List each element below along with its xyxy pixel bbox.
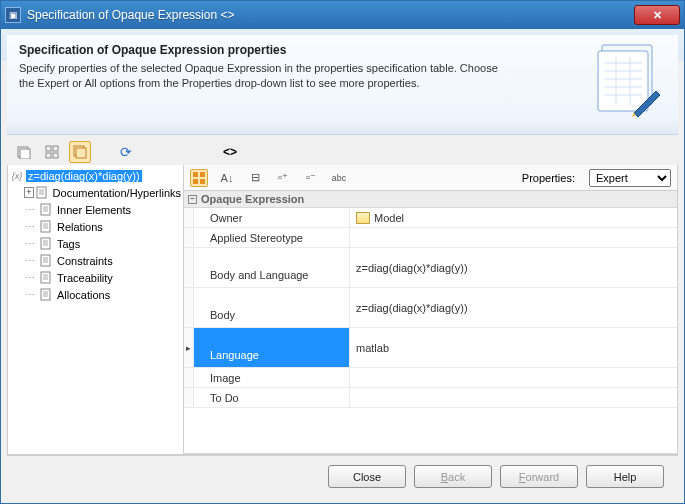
tree-root[interactable]: {x} z=diag(diag(x)*diag(y)) (8, 167, 183, 184)
property-row[interactable]: Image (184, 368, 677, 388)
page-icon (39, 271, 53, 285)
tree-connector: ⋯ (25, 204, 39, 215)
abc-icon[interactable]: abc (330, 169, 348, 187)
button-bar: Close BBackack ForwardForward Help (7, 455, 678, 497)
sort-alpha-icon[interactable]: A↓ (218, 169, 236, 187)
properties-view-icon[interactable] (69, 141, 91, 163)
page-icon (39, 203, 53, 217)
property-value: z=diag(diag(x)*diag(y)) (356, 262, 468, 274)
tree-panel: {x} z=diag(diag(x)*diag(y)) +Documentati… (8, 165, 184, 454)
properties-grid: − Opaque Expression OwnerModelApplied St… (184, 191, 677, 454)
body-area: {x} z=diag(diag(x)*diag(y)) +Documentati… (7, 165, 678, 455)
svg-rect-50 (200, 179, 205, 184)
tree-item-label: Inner Elements (55, 204, 133, 216)
svg-rect-16 (53, 153, 58, 158)
expand-icon[interactable]: + (24, 187, 34, 198)
tree-connector: ⋯ (25, 272, 39, 283)
svg-rect-18 (76, 148, 86, 158)
properties-mode-select[interactable]: Expert (589, 169, 671, 187)
property-row[interactable]: Bodyz=diag(diag(x)*diag(y)) (184, 288, 677, 328)
window-close-button[interactable]: ✕ (634, 5, 680, 25)
property-value-cell[interactable]: z=diag(diag(x)*diag(y)) (350, 288, 677, 327)
tree-item[interactable]: ⋯Traceability (8, 269, 183, 286)
tree-item[interactable]: ⋯Inner Elements (8, 201, 183, 218)
property-value-cell[interactable]: matlab (350, 328, 677, 367)
history-back-icon[interactable] (13, 141, 35, 163)
row-marker (184, 248, 194, 287)
header-description: Specify properties of the selected Opaqu… (19, 61, 509, 91)
window-title: Specification of Opaque Expression <> (27, 8, 634, 22)
page-icon (39, 220, 53, 234)
row-marker: ▸ (184, 328, 194, 367)
page-icon (39, 254, 53, 268)
close-button[interactable]: Close (328, 465, 406, 488)
tree-item-label: Tags (55, 238, 82, 250)
tree-connector: ⋯ (25, 221, 39, 232)
property-name: To Do (194, 388, 350, 407)
property-value: z=diag(diag(x)*diag(y)) (356, 302, 468, 314)
svg-rect-13 (46, 146, 51, 151)
property-value: Model (374, 212, 404, 224)
collapse-group-icon[interactable]: − (188, 195, 197, 204)
property-value-cell[interactable]: Model (350, 208, 677, 227)
svg-rect-12 (20, 149, 30, 159)
tree-item[interactable]: ⋯Allocations (8, 286, 183, 303)
svg-rect-15 (46, 153, 51, 158)
tree-item[interactable]: +Documentation/Hyperlinks (8, 184, 183, 201)
tree-item-label: Documentation/Hyperlinks (51, 187, 183, 199)
group-title: Opaque Expression (201, 193, 304, 205)
tree-item-label: Allocations (55, 289, 112, 301)
property-name: Owner (194, 208, 350, 227)
hide-derived-icon[interactable]: ▫⁻ (302, 169, 320, 187)
main-toolbar: ⟳ <> (1, 135, 684, 165)
refresh-icon[interactable]: ⟳ (115, 141, 137, 163)
property-value-cell[interactable] (350, 228, 677, 247)
tree-connector: ⋯ (25, 255, 39, 266)
property-name: Image (194, 368, 350, 387)
tree-item[interactable]: ⋯Constraints (8, 252, 183, 269)
forward-button[interactable]: ForwardForward (500, 465, 578, 488)
properties-toolbar: A↓ ⊟ ▫⁺ ▫⁻ abc Properties: Expert (184, 165, 677, 191)
property-row[interactable]: OwnerModel (184, 208, 677, 228)
svg-rect-1 (598, 51, 648, 111)
property-name: Body and Language (194, 248, 350, 287)
tree-item[interactable]: ⋯Relations (8, 218, 183, 235)
categorized-icon[interactable] (190, 169, 208, 187)
property-name: Language (194, 328, 350, 367)
page-icon (39, 237, 53, 251)
tree-item-label: Relations (55, 221, 105, 233)
app-icon: ▣ (5, 7, 21, 23)
titlebar: ▣ Specification of Opaque Expression <> … (1, 1, 684, 29)
property-name: Body (194, 288, 350, 327)
expand-all-icon[interactable]: ⊟ (246, 169, 264, 187)
tree-connector: ⋯ (25, 238, 39, 249)
page-icon (36, 186, 49, 200)
header-panel: Specification of Opaque Expression prope… (7, 35, 678, 135)
help-button[interactable]: Help (586, 465, 664, 488)
expression-icon: {x} (10, 169, 24, 183)
property-value-cell[interactable]: z=diag(diag(x)*diag(y)) (350, 248, 677, 287)
row-marker (184, 228, 194, 247)
svg-rect-48 (200, 172, 205, 177)
dialog-window: ▣ Specification of Opaque Expression <> … (0, 0, 685, 504)
header-illustration (594, 41, 668, 119)
property-row[interactable]: To Do (184, 388, 677, 408)
tree-root-label: z=diag(diag(x)*diag(y)) (26, 170, 142, 182)
property-value-cell[interactable] (350, 368, 677, 387)
tree-view-icon[interactable] (41, 141, 63, 163)
tree-item[interactable]: ⋯Tags (8, 235, 183, 252)
property-value: matlab (356, 342, 389, 354)
model-icon (356, 212, 370, 224)
properties-panel: A↓ ⊟ ▫⁺ ▫⁻ abc Properties: Expert − Opaq… (184, 165, 677, 454)
object-symbol: <> (223, 145, 237, 159)
back-button[interactable]: BBackack (414, 465, 492, 488)
property-row[interactable]: Applied Stereotype (184, 228, 677, 248)
property-value-cell[interactable] (350, 388, 677, 407)
property-row[interactable]: ▸Languagematlab (184, 328, 677, 368)
svg-rect-47 (193, 172, 198, 177)
tree-item-label: Traceability (55, 272, 115, 284)
property-row[interactable]: Body and Languagez=diag(diag(x)*diag(y)) (184, 248, 677, 288)
show-derived-icon[interactable]: ▫⁺ (274, 169, 292, 187)
row-marker (184, 368, 194, 387)
property-group-header[interactable]: − Opaque Expression (184, 191, 677, 208)
